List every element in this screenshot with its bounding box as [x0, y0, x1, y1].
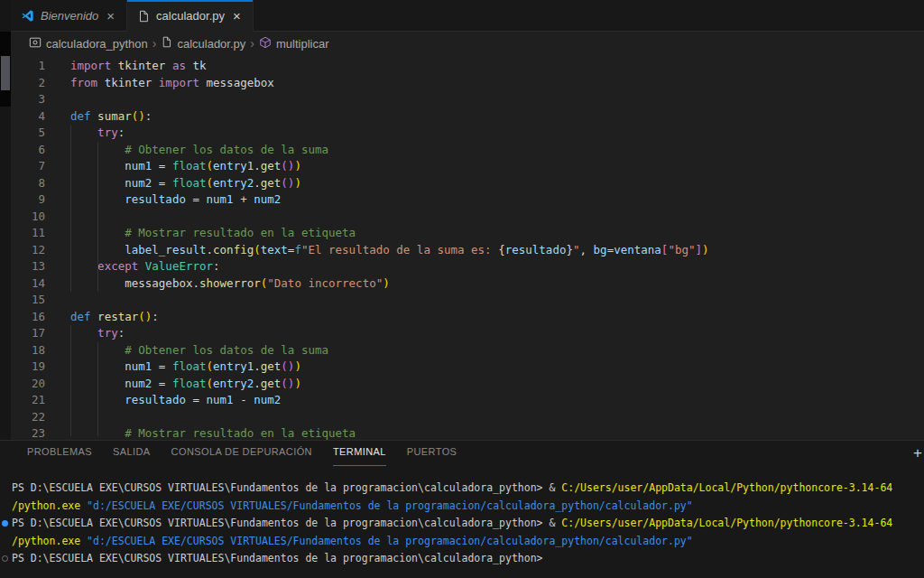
chevron-right-icon: ›: [152, 36, 157, 51]
code-text: try:: [45, 125, 125, 142]
code-line[interactable]: 22: [11, 409, 924, 426]
code-line[interactable]: 13 except ValueError:: [11, 258, 924, 275]
file-icon: [161, 36, 172, 51]
panel-tab-bar: PROBLEMASSALIDACONSOLA DE DEPURACIÓNTERM…: [0, 441, 924, 466]
code-text: def sumar():: [45, 108, 152, 126]
code-line[interactable]: 15: [11, 292, 924, 309]
code-text: def restar():: [45, 309, 159, 326]
code-line[interactable]: 17 try:: [11, 325, 924, 342]
breadcrumb-symbol[interactable]: multiplicar: [259, 36, 329, 51]
code-text: # Mostrar resultado en la etiqueta: [45, 225, 356, 242]
line-number: 23: [11, 425, 45, 440]
code-line[interactable]: 11 # Mostrar resultado en la etiqueta: [11, 225, 924, 242]
line-number: 21: [11, 392, 45, 409]
indent-guide: [70, 325, 71, 436]
code-text: # Mostrar resultado en la etiqueta: [45, 425, 356, 440]
code-text: num2 = float(entry2.get()): [45, 376, 301, 393]
line-number: 16: [11, 309, 45, 326]
file-icon: [137, 10, 150, 23]
vscode-logo-icon: [21, 9, 34, 23]
panel-tab-puertos[interactable]: PUERTOS: [407, 446, 457, 466]
line-number: 4: [11, 108, 45, 126]
close-icon[interactable]: ×: [231, 9, 243, 23]
line-number: 14: [11, 275, 45, 293]
code-line[interactable]: 6 # Obtener los datos de la suma: [11, 142, 924, 159]
code-line[interactable]: 8 num2 = float(entry2.get()): [11, 175, 924, 192]
line-number: 11: [11, 225, 45, 242]
breadcrumb-label: calculadora_python: [46, 37, 148, 51]
scrollbar-thumb[interactable]: [1, 56, 10, 90]
line-number: 6: [11, 142, 45, 159]
tab-calculador-py[interactable]: calculador.py ×: [127, 0, 254, 32]
line-number: 20: [11, 376, 45, 393]
command-prompt-circle-icon: [2, 555, 8, 562]
terminal[interactable]: PS D:\ESCUELA EXE\CURSOS VIRTUALES\Funda…: [0, 480, 924, 568]
chevron-right-icon: ›: [250, 36, 254, 51]
panel-tab-terminal[interactable]: TERMINAL: [333, 446, 386, 466]
indent-guide: [70, 125, 71, 292]
panel-tab-salida[interactable]: SALIDA: [113, 446, 151, 466]
line-number: 1: [11, 58, 45, 75]
code-text: num1 = float(entry1.get()): [45, 158, 301, 175]
code-lines: 1import tkinter as tk2from tkinter impor…: [11, 54, 924, 440]
code-line[interactable]: 20 num2 = float(entry2.get()): [11, 376, 924, 393]
code-text: [45, 292, 70, 309]
code-text: [45, 91, 70, 108]
breadcrumb-file[interactable]: calculador.py: [161, 36, 245, 51]
code-line[interactable]: 5 try:: [11, 125, 924, 142]
code-line[interactable]: 3: [11, 91, 924, 108]
tab-label: calculador.py: [156, 9, 225, 23]
code-line[interactable]: 21 resultado = num1 - num2: [11, 392, 924, 409]
code-text: try:: [45, 325, 125, 342]
code-line[interactable]: 4def sumar():: [11, 108, 924, 126]
line-number: 22: [11, 409, 45, 426]
code-text: # Obtener los datos de la suma: [45, 342, 328, 359]
code-line[interactable]: 18 # Obtener los datos de la suma: [11, 342, 924, 359]
code-line[interactable]: 19 num1 = float(entry1.get()): [11, 359, 924, 376]
code-text: [45, 209, 70, 226]
new-terminal-icon[interactable]: +: [913, 444, 922, 462]
code-line[interactable]: 14 messagebox.showerror("Dato incorrecto…: [11, 275, 924, 293]
editor-tab-bar: Bienvenido × calculador.py ×: [11, 0, 924, 32]
line-number: 19: [11, 359, 45, 376]
terminal-line: /python.exe "d:/ESCUELA EXE/CURSOS VIRTU…: [0, 498, 924, 516]
code-line[interactable]: 7 num1 = float(entry1.get()): [11, 158, 924, 175]
code-line[interactable]: 10: [11, 209, 924, 226]
terminal-line: PS D:\ESCUELA EXE\CURSOS VIRTUALES\Funda…: [0, 550, 924, 568]
code-line[interactable]: 2from tkinter import messagebox: [11, 75, 924, 92]
line-number: 5: [11, 125, 45, 142]
breadcrumb-label: calculador.py: [177, 37, 245, 51]
breadcrumb-folder[interactable]: calculadora_python: [29, 36, 148, 51]
terminal-line: /python.exe "d:/ESCUELA EXE/CURSOS VIRTU…: [0, 533, 924, 551]
command-success-dot-icon: [2, 520, 8, 527]
code-line[interactable]: 12 label_result.config(text=f"El resulta…: [11, 242, 924, 259]
panel-tab-problemas[interactable]: PROBLEMAS: [27, 446, 92, 466]
line-number: 15: [11, 292, 45, 309]
tab-label: Bienvenido: [41, 9, 98, 23]
close-icon[interactable]: ×: [105, 9, 116, 23]
code-text: # Obtener los datos de la suma: [45, 142, 328, 159]
vscode-window: Bienvenido × calculador.py × calculadora…: [0, 0, 924, 578]
bottom-panel: PROBLEMASSALIDACONSOLA DE DEPURACIÓNTERM…: [0, 440, 924, 578]
line-number: 18: [11, 342, 45, 359]
code-text: label_result.config(text=f"El resultado …: [45, 242, 709, 259]
code-text: num2 = float(entry2.get()): [45, 175, 301, 192]
code-line[interactable]: 1import tkinter as tk: [11, 58, 924, 75]
symbol-method-icon: [259, 36, 272, 51]
line-number: 8: [11, 175, 45, 192]
tab-bienvenido[interactable]: Bienvenido ×: [11, 0, 127, 32]
code-text: resultado = num1 - num2: [45, 392, 281, 409]
code-line[interactable]: 23 # Mostrar resultado en la etiqueta: [11, 425, 924, 440]
code-text: [45, 409, 70, 426]
root-folder-icon: [29, 36, 42, 51]
terminal-line: PS D:\ESCUELA EXE\CURSOS VIRTUALES\Funda…: [0, 515, 924, 533]
code-editor[interactable]: 1import tkinter as tk2from tkinter impor…: [11, 54, 924, 440]
left-scrollbar[interactable]: [0, 0, 11, 440]
code-text: import tkinter as tk: [45, 58, 207, 75]
panel-tab-consola-de-depuraci-n[interactable]: CONSOLA DE DEPURACIÓN: [171, 446, 312, 466]
code-line[interactable]: 16def restar():: [11, 309, 924, 326]
code-line[interactable]: 9 resultado = num1 + num2: [11, 191, 924, 209]
code-text: num1 = float(entry1.get()): [45, 359, 301, 376]
indent-guide: [97, 142, 98, 293]
line-number: 9: [11, 191, 45, 209]
